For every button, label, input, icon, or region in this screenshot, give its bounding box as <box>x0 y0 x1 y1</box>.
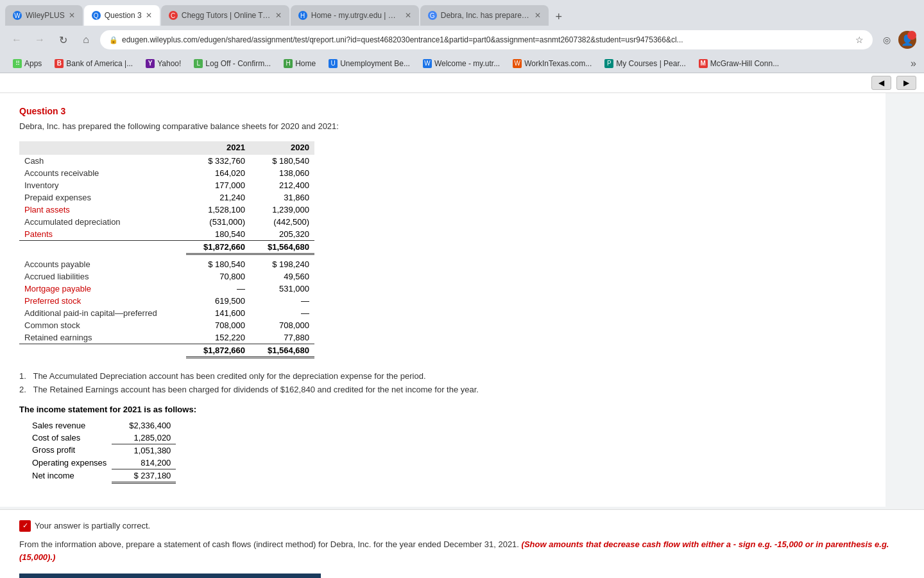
bookmark-home[interactable]: H Home <box>278 58 321 69</box>
is-row-opex: Operating expenses 814,200 <box>19 457 176 469</box>
bs-row-addpaid-2021: 141,600 <box>186 307 250 319</box>
tab-close-utrgv[interactable]: ✕ <box>405 11 411 20</box>
tab-debra[interactable]: G Debra, Inc. has prepared the fo... ✕ <box>420 5 549 26</box>
home-button[interactable]: ⌂ <box>77 31 95 49</box>
table-row: Accounts payable $ 180,540 $ 198,240 <box>19 258 314 270</box>
profile-button-wrapper: 👤 <box>898 31 916 49</box>
table-row: Common stock 708,000 708,000 <box>19 319 314 331</box>
note-1: 1. The Accumulated Depreciation account … <box>19 371 866 381</box>
is-netinc-label: Net income <box>19 469 112 482</box>
bs-row-inv-label: Inventory <box>19 179 186 191</box>
bs-header-2020: 2020 <box>250 141 314 155</box>
bookmark-pearson[interactable]: P My Courses | Pear... <box>599 58 691 69</box>
tab-close-wileyplus[interactable]: ✕ <box>69 11 75 20</box>
notification-badge <box>907 31 916 40</box>
bs-row-accrued-2020: 49,560 <box>250 270 314 283</box>
balance-sheet-table: 2021 2020 Cash $ 332,760 $ 180,540 Accou… <box>19 141 314 358</box>
is-sales-label: Sales revenue <box>19 419 112 432</box>
bs-row-accdepr-2020: (442,500) <box>250 216 314 228</box>
is-cos-val: 1,285,020 <box>112 432 176 444</box>
bs-row-retained-2021: 152,220 <box>186 331 250 344</box>
bookmark-yahoo[interactable]: Y Yahoo! <box>141 58 186 69</box>
is-row-gross: Gross profit 1,051,380 <box>19 444 176 457</box>
forward-button[interactable]: → <box>31 31 49 49</box>
is-opex-label: Operating expenses <box>19 457 112 469</box>
bs-liab-total-2020: $1,564,680 <box>250 344 314 357</box>
is-gross-label: Gross profit <box>19 444 112 457</box>
notes-section: 1. The Accumulated Depreciation account … <box>19 371 866 394</box>
bookmark-apps[interactable]: ⠿ Apps <box>8 58 47 69</box>
bs-total-2021: $1,872,660 <box>186 241 250 254</box>
new-tab-button[interactable]: + <box>550 8 568 26</box>
bookmark-favicon-unemployment: U <box>329 59 338 68</box>
bs-row-ar-2020: 138,060 <box>250 167 314 179</box>
browser-chrome: W WileyPLUS ✕ Q Question 3 ✕ C Chegg Tut… <box>0 0 924 73</box>
address-input[interactable]: 🔒 edugen.wileyplus.com/edugen/shared/ass… <box>100 30 873 49</box>
bs-row-ar-2021: 164,020 <box>186 167 250 179</box>
bookmark-star-icon[interactable]: ☆ <box>855 35 864 45</box>
bookmark-favicon-pearson: P <box>604 59 613 68</box>
bs-row-inv-2020: 212,400 <box>250 179 314 191</box>
tab-chegg[interactable]: C Chegg Tutors | Online Tutoring ✕ <box>161 5 289 26</box>
bs-assets-total-row: $1,872,660 $1,564,680 <box>19 241 314 254</box>
bs-row-cash-2021: $ 332,760 <box>186 155 250 167</box>
bs-row-patents-label: Patents <box>19 228 186 241</box>
is-gross-val: 1,051,380 <box>112 444 176 457</box>
bookmark-label-unemployment: Unemployment Be... <box>340 59 410 68</box>
bookmark-logoff[interactable]: L Log Off - Confirm... <box>189 58 276 69</box>
bookmark-favicon-logoff: L <box>194 59 203 68</box>
bs-total-2020: $1,564,680 <box>250 241 314 254</box>
tab-close-chegg[interactable]: ✕ <box>275 11 282 20</box>
reload-button[interactable]: ↻ <box>54 31 72 49</box>
bookmark-welcome-utrgv[interactable]: W Welcome - my.utr... <box>418 58 505 69</box>
bookmark-boa[interactable]: B Bank of America |... <box>49 58 138 69</box>
bs-total-label <box>19 241 186 254</box>
tab-title-chegg: Chegg Tutors | Online Tutoring <box>182 11 271 20</box>
table-row: Inventory 177,000 212,400 <box>19 179 314 191</box>
partial-check-icon: ✓ <box>19 520 31 532</box>
extensions-button[interactable]: ◎ <box>878 31 896 49</box>
address-bar: ← → ↻ ⌂ 🔒 edugen.wileyplus.com/edugen/sh… <box>0 26 924 54</box>
is-row-netinc: Net income $ 237,180 <box>19 469 176 482</box>
bookmark-favicon-mcgraw: M <box>699 59 708 68</box>
table-row: Prepaid expenses 21,240 31,860 <box>19 191 314 204</box>
lock-icon: 🔒 <box>109 36 118 44</box>
bs-row-plant-label: Plant assets <box>19 204 186 216</box>
tab-question3[interactable]: Q Question 3 ✕ <box>84 5 160 26</box>
bs-row-comstock-2020: 708,000 <box>250 319 314 331</box>
bookmark-favicon-home: H <box>284 59 293 68</box>
bs-row-ar-label: Accounts receivable <box>19 167 186 179</box>
toolbar-btn-1[interactable]: ◀ <box>871 76 891 90</box>
bookmark-favicon-apps: ⠿ <box>13 59 22 68</box>
table-row: Plant assets 1,528,100 1,239,000 <box>19 204 314 216</box>
tab-title-utrgv: Home - my.utrgv.edu | Home <box>311 11 401 20</box>
bs-row-accdepr-2021: (531,000) <box>186 216 250 228</box>
tab-wileyplus[interactable]: W WileyPLUS ✕ <box>5 5 83 26</box>
bookmark-workinTexas[interactable]: W WorkInTexas.com... <box>508 58 597 69</box>
tab-home-utrgv[interactable]: H Home - my.utrgv.edu | Home ✕ <box>291 5 419 26</box>
browser-action-buttons: ◎ 👤 <box>878 31 916 49</box>
toolbar-btn-2[interactable]: ▶ <box>896 76 916 90</box>
bs-row-ap-2021: $ 180,540 <box>186 258 250 270</box>
bs-row-patents-2021: 180,540 <box>186 228 250 241</box>
tab-close-q3[interactable]: ✕ <box>146 11 152 20</box>
tab-close-debra[interactable]: ✕ <box>535 11 541 20</box>
back-button[interactable]: ← <box>8 31 26 49</box>
partially-correct-text: Your answer is partially correct. <box>35 521 150 530</box>
bs-header-label <box>19 141 186 155</box>
bookmark-mcgrawhill[interactable]: M McGraw-Hill Conn... <box>694 58 784 69</box>
bs-row-mortgage-2020: 531,000 <box>250 283 314 295</box>
tab-favicon-q3: Q <box>92 11 101 20</box>
bs-row-prepaid-label: Prepaid expenses <box>19 191 186 204</box>
bs-row-retained-label: Retained earnings <box>19 331 186 344</box>
note-2: 2. The Retained Earnings account has bee… <box>19 385 866 394</box>
tab-title-q3: Question 3 <box>105 11 142 20</box>
bookmark-label-welcome: Welcome - my.utr... <box>434 59 500 68</box>
bs-row-comstock-2021: 708,000 <box>186 319 250 331</box>
bs-row-retained-2020: 77,880 <box>250 331 314 344</box>
bookmark-favicon-boa: B <box>55 59 64 68</box>
bookmark-unemployment[interactable]: U Unemployment Be... <box>323 58 415 69</box>
bs-header-2021: 2021 <box>186 141 250 155</box>
bookmarks-more-button[interactable]: » <box>911 58 916 69</box>
bookmarks-bar: ⠿ Apps B Bank of America |... Y Yahoo! L… <box>0 54 924 73</box>
